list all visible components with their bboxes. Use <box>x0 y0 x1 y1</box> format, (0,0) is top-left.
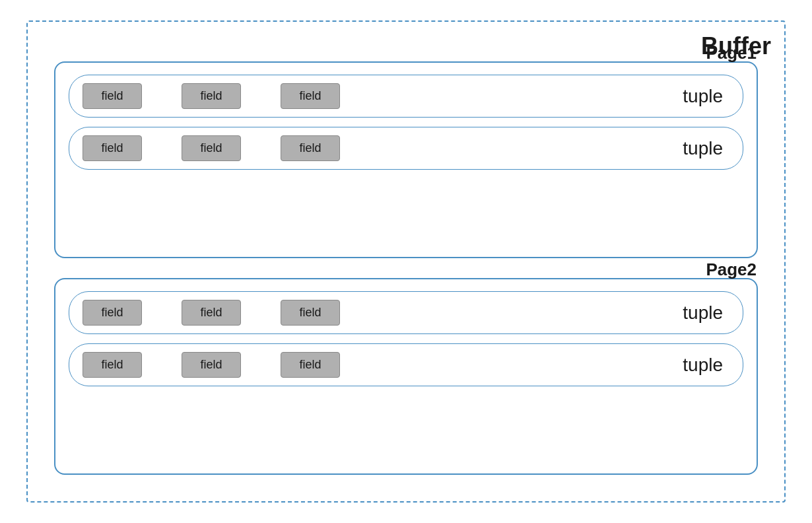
page2-block: Page2 field field field tuple field fiel… <box>54 278 758 475</box>
field-box: field <box>281 300 340 326</box>
field-box: field <box>182 83 241 109</box>
tuple-label: tuple <box>683 355 729 376</box>
tuple-row: field field field tuple <box>69 291 743 334</box>
tuple-row: field field field tuple <box>69 343 743 386</box>
page2-label: Page2 <box>706 260 757 280</box>
field-box: field <box>281 83 340 109</box>
tuple-label: tuple <box>683 302 729 324</box>
field-box: field <box>83 135 142 161</box>
page1-label: Page1 <box>706 43 757 63</box>
field-box: field <box>281 352 340 378</box>
field-box: field <box>281 135 340 161</box>
tuple-label: tuple <box>683 138 729 159</box>
field-box: field <box>182 300 241 326</box>
buffer-container: Buffer Page1 field field field tuple fie… <box>26 20 786 503</box>
field-box: field <box>182 135 241 161</box>
page1-block: Page1 field field field tuple field fiel… <box>54 61 758 258</box>
tuple-label: tuple <box>683 86 729 107</box>
tuple-row: field field field tuple <box>69 127 743 170</box>
tuple-row: field field field tuple <box>69 75 743 118</box>
field-box: field <box>83 83 142 109</box>
pages-wrapper: Page1 field field field tuple field fiel… <box>28 22 784 501</box>
field-box: field <box>83 352 142 378</box>
field-box: field <box>182 352 241 378</box>
field-box: field <box>83 300 142 326</box>
